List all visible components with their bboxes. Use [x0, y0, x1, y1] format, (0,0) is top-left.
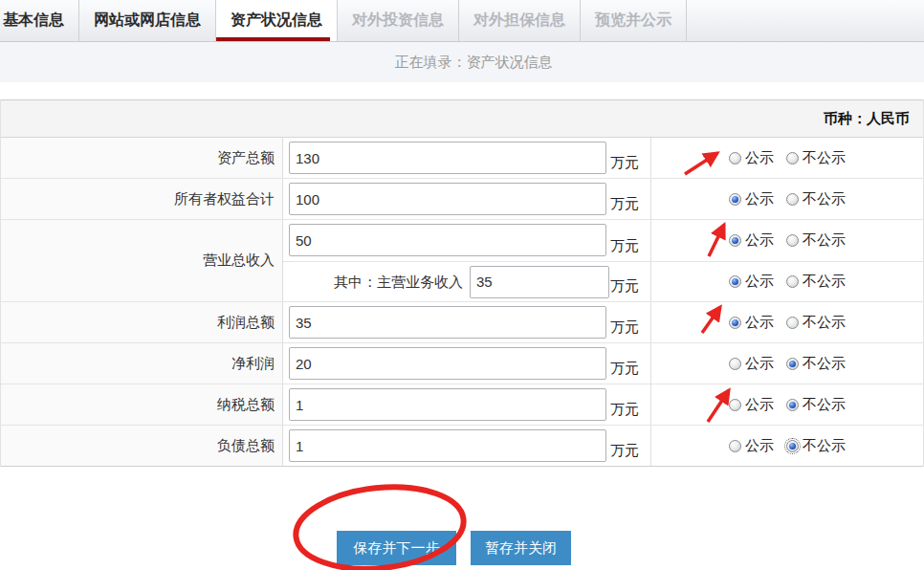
publish-choice-cell: 公示 不公示 — [651, 220, 923, 261]
publish-radio-label: 公示 — [745, 355, 774, 373]
row-label: 净利润 — [1, 343, 283, 384]
table-row: 纳税总额 万元 公示 不公示 — [1, 384, 923, 426]
amount-cell: 万元 — [283, 302, 651, 342]
unit-label: 万元 — [610, 442, 639, 460]
amount-cell: 万元 — [283, 179, 651, 219]
asset-status-table: 币种：人民币 资产总额 万元 公示 不公示 所有者权益合计 万元 公示 不公示 — [0, 99, 924, 467]
amount-input[interactable] — [289, 388, 606, 421]
row-label: 利润总额 — [1, 302, 283, 342]
row-right-stack: 万元 公示 不公示 其中：主营业务收入 万元 公示 — [283, 220, 923, 301]
no-publish-radio[interactable] — [786, 234, 799, 247]
publish-radio[interactable] — [729, 275, 741, 288]
publish-radio[interactable] — [729, 358, 741, 370]
save-and-next-button[interactable]: 保存并下一步 — [337, 531, 456, 565]
tab-asset-status-info[interactable]: 资产状况信息 — [216, 0, 338, 41]
no-publish-radio[interactable] — [786, 358, 799, 370]
publish-radio-label: 公示 — [745, 231, 774, 250]
no-publish-radio[interactable] — [786, 152, 799, 164]
amount-input[interactable] — [470, 266, 609, 298]
tab-basic-info[interactable]: 基本信息 — [0, 0, 79, 41]
row-label: 营业总收入 — [1, 220, 283, 301]
no-publish-radio-label: 不公示 — [803, 273, 846, 291]
no-publish-radio-label: 不公示 — [803, 314, 846, 332]
publish-radio[interactable] — [729, 440, 741, 452]
no-publish-radio[interactable] — [786, 399, 799, 411]
publish-radio-label: 公示 — [745, 190, 774, 208]
publish-radio[interactable] — [729, 317, 741, 329]
table-row: 净利润 万元 公示 不公示 — [1, 343, 923, 384]
amount-cell: 万元 — [283, 426, 651, 466]
no-publish-radio-label: 不公示 — [803, 355, 846, 373]
no-publish-radio-label: 不公示 — [803, 437, 846, 455]
no-publish-radio[interactable] — [786, 275, 799, 288]
filling-status-text: 正在填录：资产状况信息 — [395, 54, 553, 72]
publish-radio[interactable] — [729, 152, 741, 164]
row-label: 负债总额 — [1, 426, 283, 466]
save-and-close-button[interactable]: 暂存并关闭 — [471, 531, 571, 565]
publish-choice-cell: 公示 不公示 — [651, 179, 923, 219]
publish-choice-cell: 公示 不公示 — [651, 384, 923, 425]
publish-radio-label: 公示 — [745, 437, 774, 455]
publish-choice-cell: 公示 不公示 — [651, 138, 923, 178]
table-sub-band: 万元 公示 不公示 — [283, 220, 923, 261]
no-publish-radio-label: 不公示 — [803, 396, 846, 414]
publish-radio[interactable] — [729, 399, 741, 411]
publish-choice-cell: 公示 不公示 — [651, 343, 923, 384]
currency-label: 币种：人民币 — [824, 110, 910, 128]
publish-choice-cell: 公示 不公示 — [651, 302, 923, 342]
unit-label: 万元 — [610, 401, 639, 419]
tab-external-guarantee-info: 对外担保信息 — [459, 0, 581, 41]
amount-input[interactable] — [289, 183, 606, 215]
row-label: 所有者权益合计 — [1, 179, 283, 219]
no-publish-radio[interactable] — [786, 193, 799, 206]
amount-cell: 万元 — [283, 343, 651, 384]
unit-label: 万元 — [610, 318, 639, 337]
unit-label: 万元 — [610, 154, 639, 172]
table-row: 营业总收入 万元 公示 不公示 其中：主营业务收入 万元 — [1, 220, 923, 302]
table-row: 利润总额 万元 公示 不公示 — [1, 302, 923, 343]
no-publish-radio[interactable] — [786, 317, 799, 329]
tab-bar: 基本信息 网站或网店信息 资产状况信息 对外投资信息 对外担保信息 预览并公示 — [0, 0, 924, 42]
sub-row-label: 其中：主营业务收入 — [283, 262, 463, 302]
publish-choice-cell: 公示 不公示 — [651, 262, 923, 302]
no-publish-radio-label: 不公示 — [803, 149, 846, 167]
table-sub-band: 其中：主营业务收入 万元 公示 不公示 — [283, 261, 923, 302]
row-label: 纳税总额 — [1, 384, 283, 425]
unit-label: 万元 — [610, 195, 639, 213]
publish-radio-label: 公示 — [745, 396, 774, 414]
amount-input[interactable] — [289, 224, 606, 256]
publish-radio-label: 公示 — [745, 149, 774, 167]
publish-radio[interactable] — [729, 193, 741, 206]
table-header-row: 币种：人民币 — [1, 99, 923, 138]
row-label: 资产总额 — [1, 138, 283, 178]
amount-input[interactable] — [289, 429, 606, 462]
amount-input[interactable] — [289, 306, 606, 339]
tab-website-info[interactable]: 网站或网店信息 — [79, 0, 216, 41]
filling-status-bar: 正在填录：资产状况信息 — [0, 42, 924, 82]
publish-radio-label: 公示 — [745, 314, 774, 332]
unit-label: 万元 — [610, 237, 639, 255]
table-row: 所有者权益合计 万元 公示 不公示 — [1, 179, 923, 220]
no-publish-radio-label: 不公示 — [803, 190, 846, 208]
no-publish-radio-label: 不公示 — [803, 231, 846, 250]
amount-cell: 万元 — [283, 138, 651, 178]
amount-input[interactable] — [289, 347, 606, 380]
tab-outbound-investment-info: 对外投资信息 — [338, 0, 459, 41]
table-row: 资产总额 万元 公示 不公示 — [1, 138, 923, 179]
amount-input[interactable] — [289, 142, 606, 174]
publish-radio-label: 公示 — [745, 273, 774, 291]
amount-cell: 其中：主营业务收入 万元 — [283, 262, 651, 302]
unit-label: 万元 — [610, 360, 639, 378]
amount-cell: 万元 — [283, 384, 651, 425]
amount-cell: 万元 — [283, 220, 651, 261]
publish-choice-cell: 公示 不公示 — [651, 426, 923, 466]
unit-label: 万元 — [610, 277, 639, 296]
table-row: 负债总额 万元 公示 不公示 — [1, 426, 923, 467]
tab-preview-and-publish: 预览并公示 — [581, 0, 687, 41]
no-publish-radio[interactable] — [786, 440, 799, 452]
publish-radio[interactable] — [729, 234, 741, 247]
